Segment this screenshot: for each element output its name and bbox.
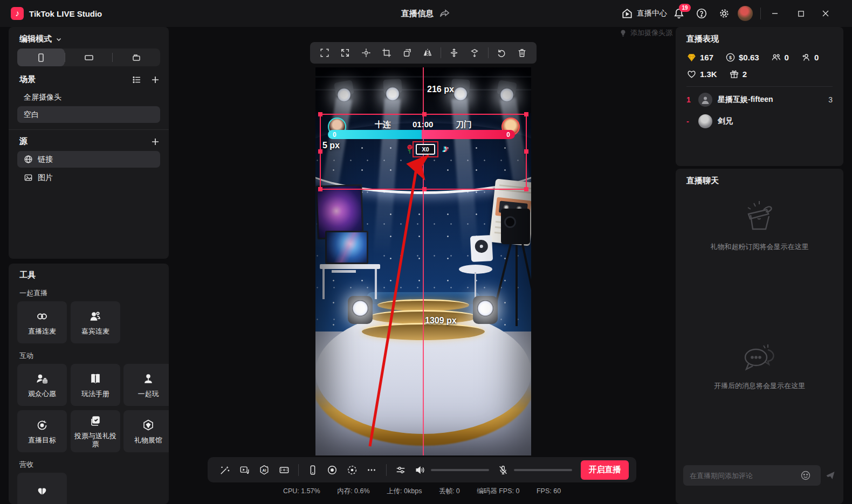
ai-badge-icon: AI [259,465,270,475]
add-source-icon[interactable] [150,137,160,147]
maximize-button[interactable] [788,0,813,27]
scene-list-icon[interactable] [132,75,142,85]
wishlist-icon [36,372,49,385]
desk-monitor [325,231,368,264]
ranking-row[interactable]: - 剑兄 [686,113,833,129]
record-button[interactable] [322,461,342,479]
measure-label-left: 5 px [322,141,340,150]
fit-expand-button[interactable] [336,44,354,61]
undo-button[interactable] [492,44,511,61]
center-position-button[interactable] [356,44,375,61]
desk [320,264,380,269]
scenes-panel: 编辑模式 场景 全屏摄像头 空白 源 链接 图片 [9,27,169,259]
resize-handle[interactable] [318,149,322,154]
screen-capture-button[interactable] [342,461,362,479]
svg-text:$: $ [729,55,732,60]
stream-status-bar: CPU: 1.57% 内存: 0.6% 上传: 0kbps 丢帧: 0 编码器 … [208,487,636,496]
video-preview-canvas[interactable]: 十连 01:00 刀门 0 0 X0 ♪ 216 px 5 px 1309 px [315,67,531,455]
rotate-button[interactable] [398,44,416,61]
scene-label: 全屏摄像头 [24,93,61,102]
layout-mode-segmented-control [17,49,160,66]
microphone-button[interactable] [493,461,513,479]
speaker-volume-slider[interactable] [431,469,489,471]
ranking-row[interactable]: 1 星播互娱-fifteen 3 [686,92,833,108]
group-interact-label: 互动 [19,351,33,361]
tool-guest-match[interactable]: 嘉宾连麦 [71,301,120,343]
divider [488,47,489,58]
send-icon[interactable] [825,470,836,481]
source-item-link[interactable]: 链接 [17,151,160,168]
edit-mode-dropdown[interactable]: 编辑模式 [19,34,62,44]
effects-button[interactable] [215,461,235,479]
mic-volume-slider[interactable] [514,469,572,471]
close-button[interactable] [813,0,838,27]
start-live-button[interactable]: 开启直播 [581,460,629,480]
select-area-icon [320,48,329,58]
chevron-down-icon [56,36,62,43]
resize-handle[interactable] [318,187,322,191]
delete-button[interactable] [513,44,531,61]
tool-audience-wishlist[interactable]: 观众心愿 [17,364,67,406]
status-memory: 内存: 0.6% [337,487,369,495]
user-avatar[interactable] [738,6,753,21]
share-icon[interactable] [439,8,451,19]
ranking-avatar [698,114,712,128]
more-button[interactable] [362,461,381,479]
tool-poll[interactable]: 投票与送礼投票 [71,410,120,452]
crop-button[interactable] [377,44,396,61]
minimize-button[interactable] [762,0,787,27]
add-scene-icon[interactable] [150,75,160,85]
sources-title: 源 [19,136,142,147]
virtual-background-button[interactable] [274,461,293,479]
audio-mixer-button[interactable] [391,461,410,479]
book-icon [89,372,102,385]
performance-title: 直播表现 [686,34,719,44]
resize-handle[interactable] [422,187,427,191]
chat-title: 直播聊天 [686,176,719,186]
resize-handle[interactable] [524,149,528,154]
resize-handle[interactable] [422,112,427,116]
scene-item-fullscreen-camera[interactable]: 全屏摄像头 [17,89,160,106]
expand-icon [340,48,350,58]
landscape-layout-icon [84,53,94,62]
tool-gift-gallery[interactable]: 礼物展馆 [123,410,169,452]
select-area-button[interactable] [315,44,334,61]
tool-super-fan[interactable] [17,473,67,504]
layout-portrait-button[interactable] [17,49,65,66]
ai-effects-button[interactable]: AI [255,461,274,479]
group-colive-label: 一起直播 [19,288,47,298]
heart-icon [686,69,697,79]
tool-live-match[interactable]: 直播连麦 [17,301,67,343]
flip-horizontal-button[interactable] [418,44,437,61]
media-button[interactable] [235,461,254,479]
resize-handle[interactable] [524,187,528,191]
tool-label: 观众心愿 [26,390,58,398]
layout-landscape-button[interactable] [65,49,113,66]
layer-backward-button[interactable] [465,44,484,61]
resize-handle[interactable] [524,112,528,116]
layer-forward-button[interactable] [445,44,463,61]
video-music-icon [239,465,250,475]
gift-box-illustration-icon [740,197,780,234]
tool-live-goal[interactable]: 直播目标 [17,410,67,452]
speaker-button[interactable] [410,461,430,479]
layout-custom-button[interactable] [113,49,160,66]
mic-muted-icon [498,465,509,475]
more-dots-icon [366,465,377,475]
keyboard [332,270,356,273]
phone-mirror-button[interactable] [303,461,322,479]
tool-play-together[interactable]: 一起玩 [123,364,169,406]
page-title: 直播信息 [401,9,434,19]
scene-item-blank[interactable]: 空白 [17,106,160,123]
tool-playbook[interactable]: 玩法手册 [71,364,120,406]
stat-gifts: 2 [729,69,747,79]
add-camera-source-button[interactable]: 添加摄像头源 [619,28,672,38]
settings-button[interactable] [718,0,730,27]
emoji-icon[interactable] [800,470,811,481]
selection-rectangle[interactable] [320,114,527,190]
live-center-button[interactable]: 直播中心 [621,0,667,27]
source-item-image[interactable]: 图片 [17,169,160,186]
help-button[interactable] [696,0,707,27]
resize-handle[interactable] [318,112,322,116]
minimize-icon [771,10,779,17]
